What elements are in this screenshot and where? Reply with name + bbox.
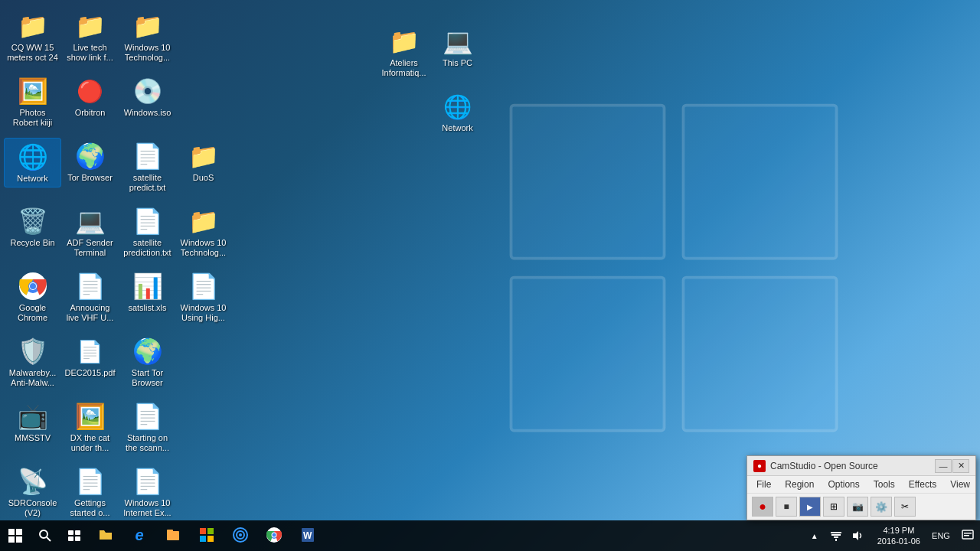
svg-rect-22 <box>75 536 80 541</box>
camstudio-window-controls: — ✕ <box>935 459 969 473</box>
camstudio-menu-view[interactable]: View <box>944 478 976 491</box>
camstudio-minimize-button[interactable]: — <box>935 459 952 473</box>
icon-network[interactable]: 🌐 Network <box>4 138 61 187</box>
taskbar-clock[interactable]: 4:19 PM 2016-01-06 <box>871 520 926 551</box>
icon-live-tech[interactable]: 📁 Live techshow link f... <box>61 8 119 66</box>
camstudio-menu-region[interactable]: Region <box>779 478 820 491</box>
camstudio-menu-options[interactable]: Options <box>822 478 865 491</box>
icon-duos[interactable]: 📁 DuoS <box>175 138 232 186</box>
icon-satellite-prediction[interactable]: 📄 satelliteprediction.txt <box>119 203 176 261</box>
svg-text:W: W <box>303 530 312 541</box>
icon-start-tor[interactable]: 🌍 Start TorBrowser <box>119 333 176 391</box>
icon-win10-internet[interactable]: 📄 Windows 10Internet Ex... <box>119 463 176 521</box>
icon-photos[interactable]: 🖼️ PhotosRobert kiiji <box>4 73 61 131</box>
icon-win10-tech2[interactable]: 📁 Windows 10Technolog... <box>175 203 232 261</box>
icon-malwarebytes[interactable]: 🛡️ Malwareby...Anti-Malw... <box>4 333 61 391</box>
camstudio-region-button[interactable]: ⊞ <box>823 497 844 517</box>
svg-rect-39 <box>834 536 838 538</box>
win10-hig-icon: 📄 <box>188 271 219 302</box>
svg-point-17 <box>40 530 47 538</box>
starting-on-label: Starting onthe scann... <box>122 433 173 453</box>
camstudio-menu-file[interactable]: File <box>750 478 777 491</box>
taskbar-target[interactable] <box>224 520 257 551</box>
sdrconsole-icon: 📡 <box>18 466 48 497</box>
taskbar-file-mgr[interactable] <box>156 520 190 551</box>
tray-network-icon[interactable] <box>825 520 847 551</box>
svg-rect-19 <box>68 530 74 535</box>
icon-adf-sender[interactable]: 💻 ADF SenderTerminal <box>61 203 119 261</box>
camstudio-toolbar: ● ■ ▶ ⊞ 📷 ⚙️ ✂ <box>747 494 975 520</box>
taskbar-notification-center[interactable] <box>956 520 980 551</box>
icon-announcing[interactable]: 📄 Annoucinglive VHF U... <box>61 268 119 326</box>
icon-satellite-predict[interactable]: 📄 satellitepredict.txt <box>119 138 176 196</box>
malwarebytes-icon: 🛡️ <box>18 336 48 367</box>
icon-starting-on[interactable]: 📄 Starting onthe scann... <box>119 398 176 456</box>
taskbar-date: 2016-01-06 <box>877 536 920 546</box>
icon-windows-iso[interactable]: 💿 Windows.iso <box>119 73 176 121</box>
icon-satslist[interactable]: 📊 satslist.xls <box>119 268 176 316</box>
svg-marker-42 <box>853 531 858 540</box>
icon-recycle-bin[interactable]: 🗑️ Recycle Bin <box>4 203 61 251</box>
icon-ateliers[interactable]: 📁 AteliersInformatiq... <box>375 23 433 81</box>
icon-gettings[interactable]: 📄 Gettingsstarted o... <box>61 463 119 521</box>
icon-cq-ww[interactable]: 📁 CQ WW 15meters oct 24 <box>4 8 61 66</box>
camstudio-record-button[interactable]: ● <box>752 497 773 517</box>
svg-point-35 <box>273 533 276 537</box>
icon-dec2015[interactable]: 📄 DEC2015.pdf <box>61 333 119 381</box>
camstudio-title-icon: ● <box>753 460 766 472</box>
icon-orbitron[interactable]: 🔴 Orbitron <box>61 73 119 121</box>
icon-dx-cat[interactable]: 🖼️ DX the catunder th... <box>61 398 119 456</box>
svg-rect-45 <box>964 535 969 536</box>
icon-win10-tech[interactable]: 📁 Windows 10Technolog... <box>119 8 176 66</box>
svg-rect-24 <box>167 530 173 533</box>
svg-rect-20 <box>75 530 80 535</box>
win10-internet-label: Windows 10Internet Ex... <box>122 498 173 518</box>
taskbar-lang-label: ENG <box>932 531 950 540</box>
taskbar-file-explorer[interactable] <box>89 520 122 551</box>
taskbar-word[interactable]: W <box>291 520 325 551</box>
svg-rect-21 <box>68 536 74 541</box>
camstudio-window: ● CamStudio - Open Source — ✕ File Regio… <box>746 455 976 520</box>
tor-browser-icon: 🌍 <box>75 141 106 171</box>
svg-point-12 <box>30 283 36 289</box>
win10-tech2-label: Windows 10Technolog... <box>178 238 229 258</box>
svg-rect-4 <box>511 106 665 259</box>
camstudio-menu-effects[interactable]: Effects <box>903 478 942 491</box>
adf-sender-icon: 💻 <box>75 206 106 236</box>
live-tech-icon: 📁 <box>75 11 106 41</box>
desktop: 📁 CQ WW 15meters oct 24 🖼️ PhotosRobert … <box>0 0 980 551</box>
svg-rect-28 <box>207 536 214 542</box>
icon-tor-browser[interactable]: 🌍 Tor Browser <box>61 138 119 186</box>
camstudio-edit-button[interactable]: ✂ <box>894 497 916 517</box>
svg-rect-7 <box>684 278 837 431</box>
taskbar-chrome[interactable] <box>257 520 291 551</box>
svg-rect-16 <box>16 536 22 543</box>
camstudio-stop-button[interactable]: ■ <box>776 497 797 517</box>
icon-mmsstv[interactable]: 📺 MMSSTV <box>4 398 61 446</box>
tray-volume-icon[interactable] <box>847 520 868 551</box>
camstudio-settings-button[interactable]: ⚙️ <box>871 497 892 517</box>
search-button[interactable] <box>31 520 60 551</box>
camstudio-mode-button[interactable]: ▶ <box>799 497 821 517</box>
taskbar-language[interactable]: ENG <box>926 520 956 551</box>
dec2015-icon: 📄 <box>75 336 106 367</box>
satellite-predict-icon: 📄 <box>132 141 163 171</box>
icon-google-chrome[interactable]: GoogleChrome <box>4 268 61 326</box>
icon-this-pc[interactable]: 💻 This PC <box>429 23 486 71</box>
satslist-label: satslist.xls <box>122 303 173 313</box>
task-view-button[interactable] <box>60 520 89 551</box>
svg-rect-38 <box>835 539 837 541</box>
start-button[interactable] <box>0 520 31 551</box>
taskbar-ie[interactable]: e <box>122 520 156 551</box>
taskbar-store[interactable] <box>190 520 224 551</box>
camstudio-close-button[interactable]: ✕ <box>952 459 969 473</box>
icon-sdrconsole[interactable]: 📡 SDRConsole(V2) <box>4 463 61 521</box>
dx-cat-icon: 🖼️ <box>75 401 106 432</box>
google-chrome-label: GoogleChrome <box>7 303 58 323</box>
icon-win10-hig[interactable]: 📄 Windows 10Using Hig... <box>175 268 232 326</box>
orbitron-icon: 🔴 <box>75 76 106 106</box>
tray-expand-button[interactable]: ▲ <box>804 520 825 551</box>
camstudio-camera-button[interactable]: 📷 <box>847 497 868 517</box>
icon-network-right[interactable]: 🌐 Network <box>429 88 486 136</box>
camstudio-menu-tools[interactable]: Tools <box>867 478 901 491</box>
